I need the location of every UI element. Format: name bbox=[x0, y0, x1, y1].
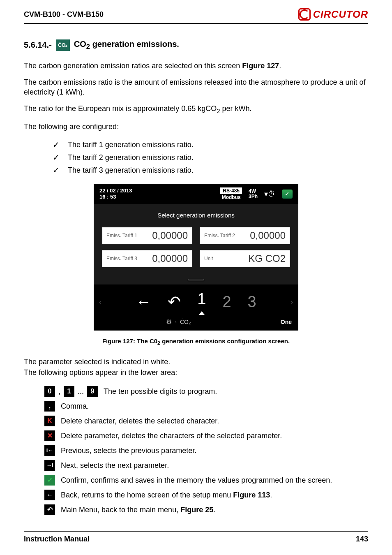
paragraph-4: The following are configured: bbox=[24, 122, 368, 132]
wiring-top: 4W bbox=[249, 189, 258, 194]
section-number: 5.6.14.- bbox=[24, 39, 52, 51]
legend-text: Previous, selects the previous parameter… bbox=[61, 446, 196, 456]
field-label: Emiss. Tariff 1 bbox=[106, 232, 138, 239]
legend-text-pre: Main Menu, back to the main menu, bbox=[61, 506, 180, 514]
caption-sub: 2 bbox=[157, 340, 160, 346]
list-item-text: The tariff 1 generation emissions ratio. bbox=[68, 140, 194, 150]
wiring-bot: 3Ph bbox=[249, 194, 258, 199]
legend-back: ← Back, returns to the home screen of th… bbox=[24, 488, 368, 502]
legend-text: Confirm, confirms and saves in the memor… bbox=[61, 475, 332, 485]
section-title-text: CO2 generation emissions. bbox=[74, 39, 179, 52]
field-value: 0,00000 bbox=[236, 229, 286, 242]
device-body-title: Select generation emissions bbox=[102, 211, 290, 220]
section-heading: 5.6.14.- ĊO₂ CO2 generation emissions. bbox=[24, 39, 368, 52]
legend-confirm: ✓ Confirm, confirms and saves in the mem… bbox=[24, 473, 368, 488]
figure-caption: Figure 127: The C02 generation emissions… bbox=[24, 337, 368, 347]
chevron-right-icon: › bbox=[175, 319, 177, 325]
key-confirm: ✓ bbox=[44, 475, 55, 486]
co2-breadcrumb-icon: ĊO₂ bbox=[180, 318, 191, 326]
legend-text: Comma. bbox=[61, 401, 89, 411]
field-value: 0,00000 bbox=[138, 252, 188, 265]
p1-fig-ref: Figure 127 bbox=[242, 62, 279, 70]
key-mainmenu: ↶ bbox=[44, 504, 55, 515]
paragraph-2: The carbon emissions ratio is the amount… bbox=[24, 77, 368, 97]
rs485-badge: RS-485 Modbus bbox=[220, 187, 242, 201]
legend-delete-char: K Delete character, deletes the selected… bbox=[24, 414, 368, 428]
header-divider bbox=[24, 23, 368, 24]
device-ok-icon: ✓ bbox=[282, 190, 293, 199]
device-body: Select generation emissions Emiss. Tarif… bbox=[94, 204, 298, 284]
check-icon: ✓ bbox=[53, 152, 60, 163]
p3-sub: 2 bbox=[217, 107, 220, 114]
check-icon: ✓ bbox=[53, 139, 60, 150]
brand-name: CIRCUTOR bbox=[313, 9, 368, 20]
gear-icon: ⚙ bbox=[166, 317, 172, 326]
check-list: ✓The tariff 1 generation emissions ratio… bbox=[24, 139, 368, 177]
sep: ... bbox=[78, 386, 84, 396]
legend-digits: 0, 1 ... 9 The ten possible digits to pr… bbox=[24, 384, 368, 399]
legend-text-pre: Back, returns to the home screen of the … bbox=[61, 491, 233, 499]
p3-post: per kWh. bbox=[220, 104, 252, 113]
key-back: ← bbox=[44, 490, 55, 500]
field-tariff3[interactable]: Emiss. Tariff 3 0,00000 bbox=[102, 250, 192, 267]
paragraph-1: The carbon generation emission ratios ar… bbox=[24, 61, 368, 71]
legend-text-post: . bbox=[270, 491, 272, 499]
rs-top: RS-485 bbox=[220, 187, 242, 194]
nav-undo-button[interactable]: ↶ bbox=[168, 291, 181, 312]
check-icon: ✓ bbox=[53, 165, 60, 176]
page-indicator: One bbox=[281, 318, 292, 326]
wiring-badge: 4W 3Ph bbox=[249, 189, 258, 199]
after-fig-line1: The parameter selected is indicated in w… bbox=[24, 357, 368, 367]
section-title-rest: generation emissions. bbox=[90, 39, 179, 49]
list-item: ✓The tariff 1 generation emissions ratio… bbox=[53, 139, 368, 151]
device-statusbar: 22 / 02 / 2013 16 : 53 RS-485 Modbus 4W … bbox=[94, 184, 298, 204]
legend-fig-ref: Figure 25 bbox=[180, 506, 213, 514]
field-tariff2[interactable]: Emiss. Tariff 2 0,00000 bbox=[200, 227, 290, 244]
device-breadcrumb: ⚙ › ĊO₂ One bbox=[94, 315, 298, 331]
sep: , bbox=[58, 386, 60, 396]
key-previous: I← bbox=[44, 445, 55, 456]
brand-logo: CIRCUTOR bbox=[298, 8, 368, 21]
field-label: Unit bbox=[204, 255, 236, 262]
p1-pre: The carbon generation emission ratios ar… bbox=[24, 62, 242, 70]
section-title-co: CO bbox=[74, 39, 86, 49]
field-value: 0,00000 bbox=[138, 229, 188, 242]
nav-digit-3[interactable]: 3 bbox=[248, 291, 256, 312]
legend-text: Next, selects the next parameter. bbox=[61, 460, 169, 470]
alarm-icon: ▾⏱ bbox=[264, 189, 275, 199]
key-0: 0 bbox=[44, 386, 55, 397]
paragraph-3: The ratio for the European mix is approx… bbox=[24, 104, 368, 115]
field-label: Emiss. Tariff 3 bbox=[106, 255, 138, 262]
key-delete-char: K bbox=[44, 416, 55, 426]
nav-back-button[interactable]: ← bbox=[136, 291, 151, 312]
field-unit[interactable]: Unit KG CO2 bbox=[200, 250, 290, 267]
nav-digit-1[interactable]: 1 bbox=[197, 289, 206, 315]
key-9: 9 bbox=[87, 386, 98, 397]
legend-mainmenu: ↶ Main Menu, back to the main menu, Figu… bbox=[24, 502, 368, 517]
device-screenshot: 22 / 02 / 2013 16 : 53 RS-485 Modbus 4W … bbox=[94, 184, 298, 331]
list-item: ✓The tariff 3 generation emissions ratio… bbox=[53, 164, 368, 177]
legend-delete-param: ✕ Delete parameter, deletes the characte… bbox=[24, 428, 368, 443]
nav-digit-2[interactable]: 2 bbox=[222, 291, 231, 312]
caption-post: generation emissions configuration scree… bbox=[160, 338, 290, 345]
header-product: CVM-B100 - CVM-B150 bbox=[24, 10, 104, 19]
p1-post: . bbox=[279, 62, 281, 70]
drawer-handle[interactable] bbox=[102, 271, 290, 281]
nav-scroll-left-icon[interactable]: ‹ bbox=[98, 296, 103, 308]
nav-scroll-right-icon[interactable]: › bbox=[289, 296, 294, 308]
field-value: KG CO2 bbox=[236, 252, 286, 265]
key-delete-param: ✕ bbox=[44, 430, 55, 441]
footer-divider bbox=[24, 531, 368, 532]
brand-logo-icon bbox=[298, 8, 311, 21]
p3-pre: The ratio for the European mix is approx… bbox=[24, 104, 217, 113]
key-comma: , bbox=[44, 401, 55, 412]
device-date: 22 / 02 / 2013 bbox=[99, 188, 132, 194]
legend-previous: I← Previous, selects the previous parame… bbox=[24, 443, 368, 458]
field-tariff1[interactable]: Emiss. Tariff 1 0,00000 bbox=[102, 227, 192, 244]
key-1: 1 bbox=[64, 386, 74, 397]
legend-text: Delete character, deletes the selected c… bbox=[61, 416, 219, 426]
rs-bot: Modbus bbox=[222, 194, 241, 201]
field-label: Emiss. Tariff 2 bbox=[204, 232, 236, 239]
page-number: 143 bbox=[356, 535, 368, 543]
legend-comma: , Comma. bbox=[24, 399, 368, 414]
